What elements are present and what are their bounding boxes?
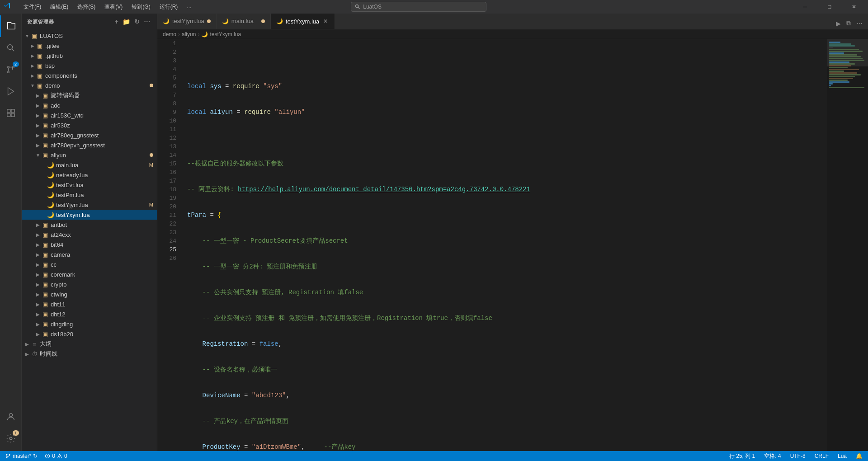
menu-view[interactable]: 查看(V)	[101, 2, 126, 12]
status-branch[interactable]: master* ↻	[4, 451, 39, 461]
activity-source-control[interactable]: 2	[0, 59, 22, 80]
tree-coremark[interactable]: ▶ ▣ coremark	[22, 269, 157, 279]
tree-dht12[interactable]: ▶ ▣ dht12	[22, 309, 157, 319]
menu-goto[interactable]: 转到(G)	[128, 2, 154, 12]
activity-account[interactable]	[0, 406, 22, 428]
menu-run[interactable]: 运行(R)	[156, 2, 182, 12]
breadcrumb-file[interactable]: 🌙 testYxym.lua	[201, 31, 241, 38]
demo-folder-icon: ▣	[36, 82, 43, 89]
title-bar: 文件(F) 编辑(E) 选择(S) 查看(V) 转到(G) 运行(R) ... …	[0, 0, 868, 14]
tree-air530z[interactable]: ▶ ▣ air530z	[22, 120, 157, 130]
code-line-3: local aliyun = require "aliyun"	[187, 108, 827, 117]
tab-main-icon: 🌙	[222, 18, 229, 24]
tree-testyjym-lua[interactable]: ▶ 🌙 testYjym.lua M	[22, 200, 157, 210]
tree-testevt-lua[interactable]: ▶ 🌙 testEvt.lua	[22, 180, 157, 190]
tree-outline[interactable]: ▶ ≡ 大纲	[22, 339, 157, 349]
maximize-button[interactable]: □	[819, 0, 840, 14]
status-errors[interactable]: 0 0	[43, 451, 69, 461]
status-encoding[interactable]: UTF-8	[788, 451, 807, 461]
tree-netready-lua[interactable]: ▶ 🌙 netready.lua	[22, 170, 157, 180]
new-file-icon[interactable]: +	[114, 17, 120, 26]
tree-testpm-lua[interactable]: ▶ 🌙 testPm.lua	[22, 190, 157, 200]
netready-lua-label: netready.lua	[56, 172, 153, 179]
tree-ds18b20[interactable]: ▶ ▣ ds18b20	[22, 329, 157, 339]
activity-debug[interactable]	[0, 80, 22, 102]
status-spaces[interactable]: 空格: 4	[762, 451, 783, 461]
tree-dht11[interactable]: ▶ ▣ dht11	[22, 299, 157, 309]
menu-more[interactable]: ...	[183, 2, 195, 12]
tab-main-label: main.lua	[231, 18, 259, 24]
tree-air780epvh[interactable]: ▶ ▣ air780epvh_gnsstest	[22, 140, 157, 150]
tree-timeline[interactable]: ▶ ⏱ 时间线	[22, 349, 157, 359]
breadcrumb-aliyun[interactable]: aliyun	[182, 31, 196, 38]
tree-ctwing[interactable]: ▶ ▣ ctwing	[22, 289, 157, 299]
collapse-all-icon[interactable]: ⋯	[143, 17, 151, 26]
tree-testyxym-lua[interactable]: ▶ 🌙 testYxym.lua	[22, 210, 157, 220]
sidebar: 资源管理器 + 📁 ↻ ⋯ ▼ ▣ LUATOS ▶ ▣ .gitee	[22, 14, 157, 451]
gitee-folder-icon: ▣	[36, 42, 43, 49]
tree-antbot[interactable]: ▶ ▣ antbot	[22, 220, 157, 230]
tab-testyxym[interactable]: 🌙 testYxym.lua ✕	[271, 14, 335, 29]
timeline-arrow-icon: ▶	[24, 350, 31, 358]
breadcrumb-file-icon: 🌙	[201, 31, 208, 38]
tree-gitee[interactable]: ▶ ▣ .gitee	[22, 41, 157, 51]
tree-aliyun[interactable]: ▼ ▣ aliyun	[22, 150, 157, 160]
tree-encoder[interactable]: ▶ ▣ 旋转编码器	[22, 90, 157, 100]
menu-edit[interactable]: 编辑(E)	[47, 2, 72, 12]
tab-testyxym-close[interactable]: ✕	[322, 18, 329, 25]
tree-dingding[interactable]: ▶ ▣ dingding	[22, 319, 157, 329]
code-editor[interactable]: 1 2 3 4 5 6 7 8 9 10 11 12 13 14 15 16 1	[157, 39, 827, 451]
menu-select[interactable]: 选择(S)	[74, 2, 99, 12]
warning-count: 0	[64, 453, 67, 459]
tab-main[interactable]: 🌙 main.lua	[217, 14, 271, 29]
menu-file[interactable]: 文件(F)	[20, 2, 45, 12]
activity-search[interactable]	[0, 37, 22, 59]
status-notifications[interactable]: 🔔	[854, 451, 864, 461]
tree-air780eg[interactable]: ▶ ▣ air780eg_gnsstest	[22, 130, 157, 140]
tree-demo[interactable]: ▼ ▣ demo	[22, 80, 157, 90]
ln-16: 16	[157, 168, 176, 177]
tree-air153c[interactable]: ▶ ▣ air153C_wtd	[22, 110, 157, 120]
encoder-label: 旋转编码器	[51, 91, 153, 99]
bit64-label: bit64	[51, 241, 153, 248]
tree-adc[interactable]: ▶ ▣ adc	[22, 100, 157, 110]
refresh-icon[interactable]: ↻	[133, 17, 141, 26]
outline-icon: ≡	[31, 340, 38, 348]
at24cxx-label: at24cxx	[51, 231, 153, 238]
status-language[interactable]: Lua	[836, 451, 849, 461]
tab-testyjym[interactable]: 🌙 testYjym.lua	[157, 14, 217, 29]
tree-bsp[interactable]: ▶ ▣ bsp	[22, 61, 157, 71]
run-file-button[interactable]: ▶	[834, 18, 843, 29]
close-button[interactable]: ✕	[844, 0, 864, 14]
main-content: 2 1 资源管理器 + 📁 ↻ ⋯	[0, 14, 868, 451]
tree-at24cxx[interactable]: ▶ ▣ at24cxx	[22, 230, 157, 240]
menu-bar: 文件(F) 编辑(E) 选择(S) 查看(V) 转到(G) 运行(R) ...	[20, 2, 195, 12]
more-actions-button[interactable]: ⋯	[854, 18, 864, 29]
minimize-button[interactable]: ─	[795, 0, 816, 14]
tree-bit64[interactable]: ▶ ▣ bit64	[22, 240, 157, 249]
testyjym-lua-modified: M	[149, 202, 153, 207]
tab-testyxym-label: testYxym.lua	[286, 18, 319, 25]
breadcrumb-sep1: ›	[178, 31, 180, 38]
activity-extensions[interactable]	[0, 102, 22, 124]
air530z-arrow-icon: ▶	[34, 122, 42, 129]
activity-explorer[interactable]	[0, 15, 22, 37]
editor-area: 🌙 testYjym.lua 🌙 main.lua 🌙 testYxym.lua…	[157, 14, 868, 451]
new-folder-icon[interactable]: 📁	[122, 17, 132, 26]
status-position[interactable]: 行 25, 列 1	[727, 451, 757, 461]
split-editor-button[interactable]: ⧉	[844, 18, 853, 29]
tree-github[interactable]: ▶ ▣ .github	[22, 51, 157, 61]
tree-components[interactable]: ▶ ▣ components	[22, 71, 157, 80]
tree-camera[interactable]: ▶ ▣ camera	[22, 249, 157, 259]
title-search[interactable]: LuatOS	[351, 2, 486, 12]
ln-21: 21	[157, 211, 176, 220]
breadcrumb-demo[interactable]: demo	[163, 31, 176, 38]
svg-rect-11	[7, 113, 10, 117]
code-content[interactable]: local sys = require "sys" local aliyun =…	[180, 39, 827, 451]
tree-root-luatos[interactable]: ▼ ▣ LUATOS	[22, 31, 157, 41]
activity-settings[interactable]: 1	[0, 428, 22, 449]
tree-cc[interactable]: ▶ ▣ cc	[22, 259, 157, 269]
tree-crypto[interactable]: ▶ ▣ crypto	[22, 279, 157, 289]
tree-main-lua[interactable]: ▶ 🌙 main.lua M	[22, 160, 157, 170]
status-line-ending[interactable]: CRLF	[813, 451, 830, 461]
